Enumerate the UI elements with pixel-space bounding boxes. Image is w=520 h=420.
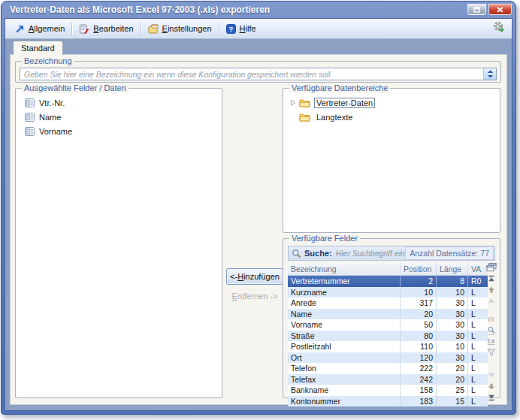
edit-pen-icon [79,24,89,34]
folder-icon [299,113,310,122]
toolbar-item-allgemein[interactable]: Allgemein [10,23,70,35]
search-bar[interactable]: Suche: Hier Suchbegriff eingebe Anzahl D… [288,246,495,261]
cell-bezeichnung: Kurzname [288,287,401,298]
fields-table: Bezeichnung Position Länge VA Vertretern… [288,263,488,406]
move-first-icon[interactable] [485,275,497,282]
list-item[interactable]: Vtr.-Nr. [25,95,222,110]
cell-bezeichnung: Vorname [288,319,401,331]
cell-position: 158 [401,385,437,396]
tab-standard[interactable]: Standard [13,41,63,55]
cell-bezeichnung: Anrede [288,298,401,309]
table-row[interactable]: Postleitzahl11010L [288,341,488,352]
bezeichnung-combobox[interactable]: Geben Sie hier eine Bezeichnung ein wenn… [20,68,497,80]
export-dialog-window: Vertreter-Daten als Microsoft Excel 97-2… [1,1,516,415]
dialog-client-area: Standard Bezeichnung Geben Sie hier eine… [5,39,512,410]
cell-position: 110 [401,341,437,352]
table-row[interactable]: Telefon22220L [288,363,488,374]
field-icon [25,127,35,136]
toolbar-item-bearbeiten[interactable]: Bearbeiten [74,23,138,35]
record-count-value: 77 [480,249,489,258]
tree-node[interactable]: Vertreter-Daten [291,95,500,110]
cell-bezeichnung: Straße [288,331,401,342]
search-label: Suche: [304,249,332,258]
table-row[interactable]: Vorname5030L [288,319,488,331]
column-header-laenge[interactable]: Länge [437,263,468,275]
remove-button: Entfernen -> [226,292,283,301]
cell-position: 242 [401,374,437,385]
cell-bezeichnung: Telefax [288,374,401,385]
cell-laenge: 10 [437,341,468,352]
toolbar-item-hilfe[interactable]: ?Hilfe [221,23,262,35]
combo-arrows-icon [487,68,494,81]
column-header-position[interactable]: Position [401,263,437,275]
search-input[interactable]: Hier Suchbegriff eingebe [336,249,406,258]
titlebar[interactable]: Vertreter-Daten als Microsoft Excel 97-2… [5,2,512,18]
cell-bezeichnung: Postleitzahl [288,341,401,352]
cell-bezeichnung: Bankname [288,385,401,396]
cell-position: 222 [401,363,437,374]
column-header-bezeichnung[interactable]: Bezeichnung [288,263,401,275]
fields-table-header[interactable]: Bezeichnung Position Länge VA [288,263,488,276]
cell-laenge: 15 [437,396,468,407]
expand-arrow-icon[interactable] [291,99,299,106]
search-icon [292,249,301,258]
table-row[interactable]: Kontonummer18315L [288,396,488,407]
close-button[interactable] [488,4,512,15]
move-up-icon[interactable] [485,286,497,293]
cell-laenge: 30 [437,319,468,331]
help-icon: ? [226,24,236,34]
tree-node[interactable]: Langtexte [291,110,500,124]
toolbar-items: AllgemeinBearbeitenEinstellungen?Hilfe [10,23,262,35]
page-down-icon[interactable] [485,373,497,379]
data-areas-groupbox: Verfügbare Datenbereiche Vertreter-Daten… [283,88,500,233]
move-last-icon[interactable] [485,394,497,401]
restore-button[interactable] [467,4,486,15]
bezeichnung-dropdown-button[interactable] [483,68,496,80]
list-item[interactable]: Vorname [25,124,222,138]
table-row[interactable]: Anrede31730L [288,298,488,309]
list-item-label: Vtr.-Nr. [39,98,65,107]
edit-record-icon[interactable]: (|) [485,315,497,322]
cell-laenge: 20 [437,374,468,385]
fields-table-body: Vertreternummer28R0Kurzname1010LAnrede31… [288,276,488,406]
tree-node-label: Langtexte [314,112,355,122]
sum-icon[interactable]: Σ# [485,337,497,346]
screen: Vertreter-Daten als Microsoft Excel 97-2… [0,0,520,420]
toolbar-item-einstellungen[interactable]: Einstellungen [143,23,217,35]
record-count-badge: Anzahl Datensätze: 77 [405,246,494,260]
cell-laenge: 10 [437,287,468,298]
selected-fields-list: Vtr.-Nr.NameVorname [16,89,222,138]
record-count-label: Anzahl Datensätze: [410,249,478,258]
cell-bezeichnung: Ort [288,352,401,364]
settings-window-icon [148,24,159,34]
cell-bezeichnung: Telefon [288,363,401,374]
toolbar-right[interactable] [492,21,507,36]
toolbar-separator [219,23,219,35]
cell-position: 50 [401,319,437,331]
table-row[interactable]: Name2030L [288,309,488,320]
table-row[interactable]: Bankname15825L [288,385,488,396]
cell-laenge: 25 [437,385,468,396]
close-icon [497,2,503,16]
page-up-icon[interactable] [485,298,497,304]
cell-laenge: 30 [437,309,468,320]
table-row[interactable]: Ort12030L [288,352,488,364]
cell-laenge: 30 [437,331,468,342]
search-record-icon[interactable] [485,326,497,335]
svg-text:?: ? [228,25,233,33]
gear-arrow-icon [492,21,505,36]
list-item-label: Name [39,113,61,122]
add-button[interactable]: <- Hinzufügen [226,268,283,285]
filter-icon[interactable] [485,349,497,356]
table-row[interactable]: Kurzname1010L [288,287,488,298]
move-down-icon[interactable] [485,383,497,390]
table-row[interactable]: Vertreternummer28R0 [288,276,488,287]
field-icon [25,98,35,107]
cell-bezeichnung: Vertreternummer [288,276,401,287]
selected-fields-groupbox: Ausgewählte Felder / Daten Vtr.-Nr.NameV… [15,88,222,398]
selected-fields-caption: Ausgewählte Felder / Daten [22,83,128,93]
table-row[interactable]: Telefax24220L [288,374,488,385]
table-row[interactable]: Straße8030L [288,331,488,342]
list-item[interactable]: Name [25,110,222,124]
column-chooser-icon[interactable] [485,263,497,272]
